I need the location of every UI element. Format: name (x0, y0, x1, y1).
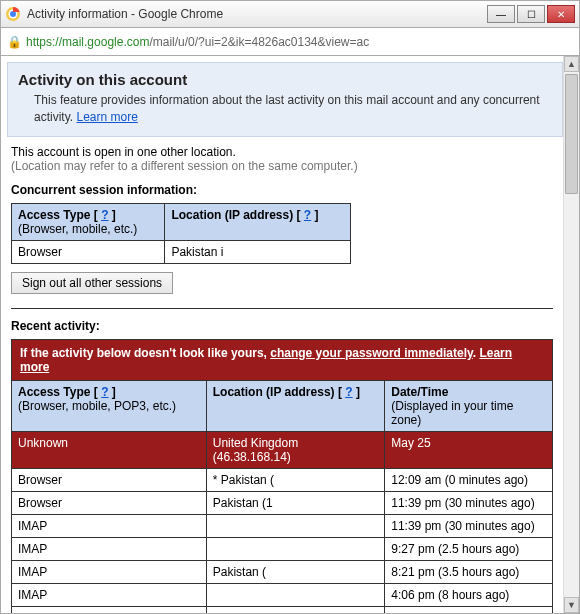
header-block: Activity on this account This feature pr… (7, 62, 563, 137)
scroll-down-icon[interactable]: ▼ (564, 597, 579, 613)
scroll-thumb[interactable] (565, 74, 578, 194)
col-location: Location (IP address) [ ? ] (165, 203, 351, 240)
maximize-button[interactable]: ☐ (517, 5, 545, 23)
concurrent-heading: Concurrent session information: (11, 183, 553, 197)
lock-icon: 🔒 (7, 35, 22, 49)
table-row: IMAPPakistan (8:21 pm (3.5 hours ago) (12, 560, 553, 583)
help-icon[interactable]: ? (345, 385, 352, 399)
page-title: Activity on this account (18, 71, 552, 88)
table-row: IMAP12:47 pm (11 hours ago) (12, 606, 553, 614)
sign-out-sessions-button[interactable]: Sign out all other sessions (11, 272, 173, 294)
recent-activity-table: Access Type [ ? ] (Browser, mobile, POP3… (11, 380, 553, 614)
url-host: https://mail.google.com (26, 35, 149, 49)
close-button[interactable]: ✕ (547, 5, 575, 23)
open-location-line2: (Location may refer to a different sessi… (11, 159, 553, 173)
help-icon[interactable]: ? (101, 208, 108, 222)
col-access-type: Access Type [ ? ] (Browser, mobile, POP3… (12, 380, 207, 431)
col-access-type: Access Type [ ? ] (Browser, mobile, etc.… (12, 203, 165, 240)
table-row: IMAP9:27 pm (2.5 hours ago) (12, 537, 553, 560)
learn-more-link[interactable]: Learn more (76, 110, 137, 124)
minimize-button[interactable]: — (487, 5, 515, 23)
recent-heading: Recent activity: (11, 319, 553, 333)
table-row: BrowserPakistan (111:39 pm (30 minutes a… (12, 491, 553, 514)
warning-banner: If the activity below doesn't look like … (11, 339, 553, 380)
address-bar[interactable]: 🔒 https://mail.google.com/mail/u/0/?ui=2… (0, 28, 580, 56)
table-row: IMAP11:39 pm (30 minutes ago) (12, 514, 553, 537)
page-content: Activity on this account This feature pr… (0, 56, 580, 614)
chrome-icon (5, 6, 21, 22)
help-icon[interactable]: ? (101, 385, 108, 399)
divider (11, 308, 553, 309)
scrollbar[interactable]: ▲ ▼ (563, 56, 579, 613)
window-titlebar: Activity information - Google Chrome — ☐… (0, 0, 580, 28)
concurrent-table: Access Type [ ? ] (Browser, mobile, etc.… (11, 203, 351, 264)
table-row: UnknownUnited Kingdom (46.38.168.14)May … (12, 431, 553, 468)
table-row: IMAP4:06 pm (8 hours ago) (12, 583, 553, 606)
window-title: Activity information - Google Chrome (27, 7, 487, 21)
table-row: Browser* Pakistan (12:09 am (0 minutes a… (12, 468, 553, 491)
table-row: Browser Pakistan i (12, 240, 351, 263)
change-password-link[interactable]: change your password immediately (270, 346, 473, 360)
col-datetime: Date/Time (Displayed in your time zone) (385, 380, 553, 431)
open-location-line1: This account is open in one other locati… (11, 145, 553, 159)
scroll-up-icon[interactable]: ▲ (564, 56, 579, 72)
url-path: /mail/u/0/?ui=2&ik=4826ac0134&view=ac (149, 35, 369, 49)
col-location: Location (IP address) [ ? ] (206, 380, 385, 431)
